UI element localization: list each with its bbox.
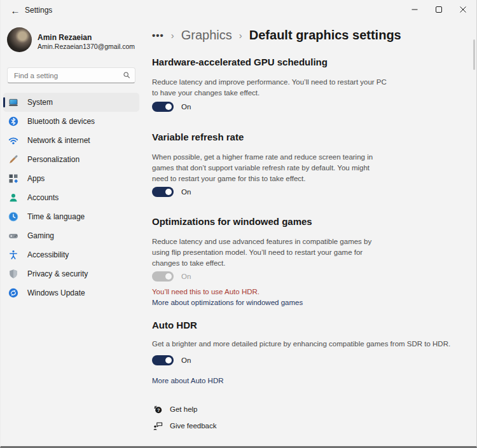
selected-accent-bar	[3, 97, 5, 107]
window-title: Settings	[25, 6, 52, 15]
auto-hdr-requirement-warning: You’ll need this to use Auto HDR.	[152, 287, 371, 297]
scrollbar[interactable]	[473, 39, 475, 70]
user-name: Amin Rezaeian	[38, 33, 92, 42]
apps-icon	[8, 173, 18, 184]
get-help-label: Get help	[170, 405, 197, 413]
gaming-icon	[8, 231, 18, 241]
time-language-icon	[8, 212, 18, 222]
user-account-card[interactable]: Amin Rezaeian Amin.Rezaeian1370@gmail.co…	[7, 27, 141, 55]
sidebar-item-label: System	[27, 98, 53, 107]
breadcrumb: ••• › Graphics › Default graphics settin…	[152, 25, 401, 44]
minimize-button[interactable]	[403, 0, 427, 19]
sidebar-item-label: Apps	[27, 174, 45, 183]
section-variable-refresh-rate: Variable refresh rate When possible, get…	[152, 131, 373, 198]
get-help-icon: ?	[153, 404, 163, 414]
section-gpu-scheduling: Hardware-accelerated GPU scheduling Redu…	[152, 56, 387, 112]
variable-refresh-rate-toggle[interactable]	[152, 187, 174, 197]
toggle-state-label: On	[181, 273, 191, 280]
privacy-security-icon	[8, 269, 18, 279]
sidebar-item-apps[interactable]: Apps	[3, 169, 139, 188]
give-feedback-icon	[153, 421, 163, 431]
auto-hdr-toggle[interactable]	[152, 355, 174, 365]
gpu-scheduling-toggle[interactable]	[152, 102, 174, 112]
accessibility-icon	[8, 250, 18, 260]
chevron-right-icon: ›	[171, 30, 174, 41]
sidebar-item-gaming[interactable]: Gaming	[3, 226, 139, 245]
windowed-games-toggle	[152, 271, 174, 282]
sidebar-item-network-internet[interactable]: Network & internet	[3, 131, 139, 150]
toggle-state-label: On	[181, 103, 191, 111]
windows-update-icon	[8, 288, 18, 298]
personalization-icon	[8, 154, 18, 165]
section-windowed-games-optimizations: Optimizations for windowed games Reduce …	[152, 215, 371, 308]
close-button[interactable]	[451, 0, 475, 19]
user-email: Amin.Rezaeian1370@gmail.com	[38, 43, 135, 50]
sidebar-item-label: Windows Update	[27, 288, 85, 297]
sidebar-item-label: Accounts	[27, 193, 59, 202]
sidebar-item-bluetooth-devices[interactable]: Bluetooth & devices	[3, 112, 139, 131]
maximize-icon	[435, 6, 443, 13]
section-title: Auto HDR	[152, 319, 450, 332]
chevron-right-icon: ›	[239, 30, 242, 41]
section-title: Optimizations for windowed games	[152, 215, 371, 228]
section-description: Reduce latency and use advanced features…	[152, 236, 371, 269]
system-icon	[8, 97, 18, 107]
search-box	[7, 67, 135, 83]
sidebar-item-windows-update[interactable]: Windows Update	[3, 283, 139, 302]
titlebar: ← Settings	[1, 0, 476, 20]
section-title: Variable refresh rate	[152, 131, 373, 144]
sidebar-item-label: Accessibility	[27, 250, 69, 259]
sidebar-item-accounts[interactable]: Accounts	[3, 188, 139, 207]
more-about-windowed-games-link[interactable]: More about optimizations for windowed ga…	[152, 297, 371, 308]
sidebar-item-privacy-security[interactable]: Privacy & security	[3, 264, 139, 283]
sidebar-item-label: Time & language	[27, 212, 85, 221]
more-about-auto-hdr-link[interactable]: More about Auto HDR	[152, 376, 450, 386]
sidebar-item-system[interactable]: System	[3, 93, 139, 112]
get-help-link[interactable]: ? Get help	[153, 402, 197, 416]
section-description: Get a brighter and more detailed picture…	[152, 339, 450, 350]
search-input[interactable]	[7, 67, 135, 83]
give-feedback-label: Give feedback	[170, 422, 217, 430]
page-title: Default graphics settings	[249, 28, 401, 43]
breadcrumb-ellipsis-button[interactable]: •••	[152, 30, 164, 41]
give-feedback-link[interactable]: Give feedback	[153, 419, 217, 433]
search-icon[interactable]	[122, 71, 131, 79]
accounts-icon	[8, 193, 18, 203]
back-button[interactable]: ←	[7, 3, 24, 18]
sidebar-item-personalization[interactable]: Personalization	[3, 150, 139, 169]
breadcrumb-graphics[interactable]: Graphics	[181, 28, 232, 43]
maximize-button[interactable]	[427, 0, 451, 19]
sidebar-item-time-language[interactable]: Time & language	[3, 207, 139, 226]
sidebar-item-accessibility[interactable]: Accessibility	[3, 245, 139, 264]
sidebar-item-label: Gaming	[27, 231, 54, 240]
section-auto-hdr: Auto HDR Get a brighter and more detaile…	[152, 319, 450, 386]
section-title: Hardware-accelerated GPU scheduling	[152, 56, 387, 69]
sidebar-nav: System Bluetooth & devices Network & int…	[3, 93, 139, 302]
sidebar-item-label: Bluetooth & devices	[27, 117, 95, 126]
bluetooth-icon	[8, 116, 18, 126]
toggle-state-label: On	[181, 188, 191, 196]
svg-text:?: ?	[157, 407, 160, 413]
avatar	[7, 27, 32, 52]
section-description: When possible, get a higher frame rate a…	[152, 152, 373, 184]
back-arrow-icon: ←	[11, 5, 20, 16]
close-icon	[459, 6, 467, 13]
sidebar-item-label: Network & internet	[27, 136, 90, 145]
section-description: Reduce latency and improve performance. …	[152, 77, 387, 98]
minimize-icon	[411, 6, 418, 13]
sidebar-item-label: Privacy & security	[27, 269, 88, 278]
sidebar-item-label: Personalization	[27, 155, 80, 164]
settings-window: ← Settings Amin Rezaeian Amin.Rezaeian13…	[0, 0, 477, 448]
network-icon	[8, 135, 18, 146]
toggle-state-label: On	[181, 356, 191, 364]
